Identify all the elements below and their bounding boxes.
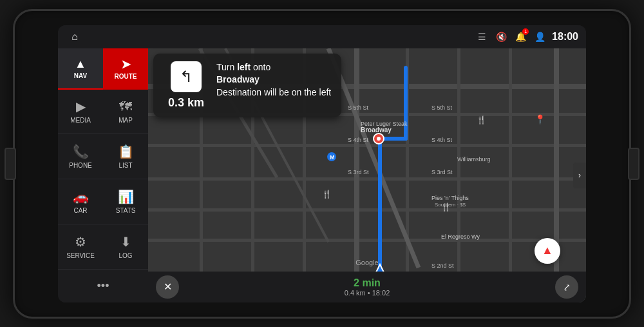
tab-nav[interactable]: ▲ NAV <box>58 48 103 90</box>
eta-sub: 0.4 km • 18:02 <box>187 289 547 297</box>
route-options-icon: ⤤ <box>563 282 571 292</box>
svg-text:Peter Luger Steak: Peter Luger Steak <box>361 121 408 127</box>
bell-icon-wrap[interactable]: 🔔 1 <box>513 30 527 44</box>
nav-route-tabs: ▲ NAV ➤ ROUTE <box>58 48 148 90</box>
svg-rect-6 <box>148 208 586 212</box>
nav-card-distance: ↰ 0.3 km <box>164 61 209 110</box>
menu-item-stats[interactable]: 📊 STATS <box>103 179 148 224</box>
svg-text:Southern · $$: Southern · $$ <box>435 202 466 208</box>
instruction-text: Turn left onto Broadway Destination will… <box>216 61 331 99</box>
svg-text:S 4th St: S 4th St <box>431 137 453 143</box>
destination-text: Destination will be on the left <box>216 87 331 97</box>
nav-card-instruction: Turn left onto Broadway Destination will… <box>216 61 331 99</box>
street-name: Broadway <box>216 74 260 84</box>
svg-text:🍴: 🍴 <box>322 189 332 199</box>
svg-text:📍: 📍 <box>535 114 546 125</box>
map-icon: 🗺 <box>119 99 132 114</box>
turn-direction: left <box>237 62 251 72</box>
nav-card: ↰ 0.3 km Turn left onto Broadway Destina… <box>153 54 341 117</box>
profile-icon[interactable]: 👤 <box>533 30 547 44</box>
menu-item-log[interactable]: ⬇ LOG <box>103 224 148 270</box>
main-screen: ⌂ ☰ 🔇 🔔 1 👤 18:00 ▲ NAV <box>58 25 586 302</box>
tab-route[interactable]: ➤ ROUTE <box>103 48 148 90</box>
eta-dot: • <box>368 289 372 297</box>
close-button[interactable]: ✕ <box>156 275 179 299</box>
menu-item-phone[interactable]: 📞 PHONE <box>58 134 103 179</box>
chevron-right-button[interactable]: › <box>573 163 586 188</box>
menu-item-map[interactable]: 🗺 MAP <box>103 90 148 135</box>
distance-text: 0.3 km <box>168 96 204 110</box>
menu-icon[interactable]: ☰ <box>475 30 489 44</box>
more-dots-button[interactable]: ••• <box>58 270 148 302</box>
turn-arrow-box: ↰ <box>171 61 202 92</box>
media-label: MEDIA <box>70 117 91 124</box>
bell-badge: 1 <box>522 28 529 35</box>
list-icon: 📋 <box>118 144 134 159</box>
svg-text:S 5th St: S 5th St <box>431 104 453 111</box>
eta-distance: 0.4 km <box>345 289 366 297</box>
compass-icon: ▲ <box>542 244 553 257</box>
log-icon: ⬇ <box>120 234 131 250</box>
svg-text:S 4th St: S 4th St <box>348 137 369 143</box>
car-infotainment-unit: ⌂ ☰ 🔇 🔔 1 👤 18:00 ▲ NAV <box>13 9 631 319</box>
nav-tab-label: NAV <box>74 72 87 79</box>
stats-icon: 📊 <box>118 189 134 204</box>
log-label: LOG <box>118 252 132 259</box>
home-button[interactable]: ⌂ <box>66 28 84 46</box>
car-icon: 🚗 <box>73 189 89 204</box>
svg-text:S 2nd St: S 2nd St <box>431 263 454 269</box>
service-label: SERVICE <box>66 252 95 259</box>
time-display: 18:00 <box>552 31 578 43</box>
status-bar-left: ⌂ <box>66 28 84 46</box>
route-tab-label: ROUTE <box>115 73 137 80</box>
bottom-bar: ✕ 2 min 0.4 km • 18:02 ⤤ <box>148 272 586 302</box>
map-area: S 5th St S 4th St S 3rd St S 5th St S 4t… <box>148 48 586 302</box>
eta-time: 2 min <box>187 277 547 289</box>
svg-rect-5 <box>148 177 586 181</box>
compass-button[interactable]: ▲ <box>535 238 560 264</box>
menu-item-media[interactable]: ▶ MEDIA <box>58 90 103 135</box>
stats-label: STATS <box>116 207 136 214</box>
svg-text:🍴: 🍴 <box>477 115 486 124</box>
menu-item-service[interactable]: ⚙ SERVICE <box>58 224 103 270</box>
svg-point-39 <box>377 137 381 141</box>
turn-arrow-icon: ↰ <box>180 68 193 86</box>
mute-icon[interactable]: 🔇 <box>494 30 508 44</box>
route-options-button[interactable]: ⤤ <box>555 275 578 299</box>
status-bar-right: ☰ 🔇 🔔 1 👤 18:00 <box>475 30 578 44</box>
google-logo: Google <box>355 259 378 266</box>
main-content: ▲ NAV ➤ ROUTE ▶ MEDIA 🗺 <box>58 48 586 302</box>
menu-item-car[interactable]: 🚗 CAR <box>58 179 103 224</box>
svg-text:S 5th St: S 5th St <box>348 104 369 111</box>
status-bar: ⌂ ☰ 🔇 🔔 1 👤 18:00 <box>58 25 586 48</box>
svg-text:S 3rd St: S 3rd St <box>348 169 369 175</box>
svg-rect-14 <box>509 48 512 293</box>
svg-rect-7 <box>148 239 586 242</box>
route-tab-icon: ➤ <box>121 57 131 72</box>
service-icon: ⚙ <box>75 234 86 250</box>
car-label: CAR <box>73 207 87 214</box>
svg-text:Broadway: Broadway <box>361 126 392 134</box>
map-label: MAP <box>118 117 133 124</box>
phone-icon: 📞 <box>73 144 89 159</box>
svg-text:Williamsburg: Williamsburg <box>457 156 491 163</box>
phone-label: PHONE <box>69 162 92 169</box>
eta-arrival: 18:02 <box>372 289 390 297</box>
mount-right <box>628 148 639 180</box>
svg-text:M: M <box>330 154 335 161</box>
svg-text:S 3rd St: S 3rd St <box>431 169 453 175</box>
menu-item-list[interactable]: 📋 LIST <box>103 134 148 179</box>
list-label: LIST <box>118 162 132 169</box>
svg-text:Pies 'n' Thighs: Pies 'n' Thighs <box>431 195 469 201</box>
svg-rect-13 <box>457 48 460 293</box>
eta-info: 2 min 0.4 km • 18:02 <box>187 277 547 297</box>
sidebar: ▲ NAV ➤ ROUTE ▶ MEDIA 🗺 <box>58 48 148 302</box>
mount-left <box>5 148 16 180</box>
nav-tab-icon: ▲ <box>75 57 86 71</box>
menu-grid: ▶ MEDIA 🗺 MAP 📞 PHONE 📋 LIST <box>58 90 148 302</box>
svg-text:El Regreso Wy: El Regreso Wy <box>441 233 480 240</box>
media-icon: ▶ <box>76 99 86 114</box>
